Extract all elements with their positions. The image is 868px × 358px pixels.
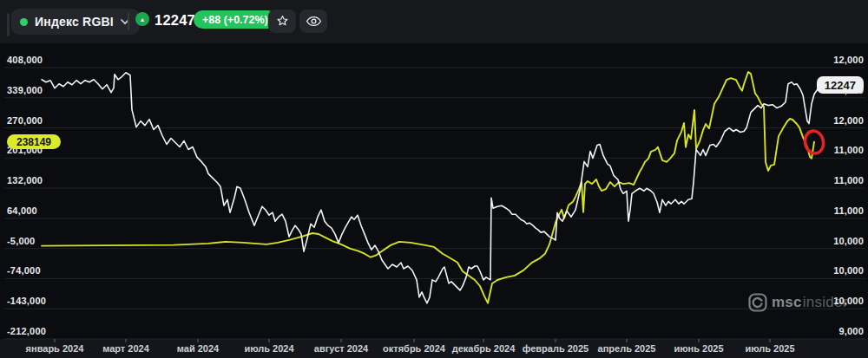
change-badge: +88 (+0.72%)	[194, 10, 277, 29]
left-axis-label: 64,000	[7, 205, 37, 216]
x-axis-label: апрель 2025	[588, 343, 666, 354]
white-series-value-pill: 12247	[817, 76, 864, 94]
toolbar: Индекс RGBI ▲ 12247 +88 (+0.72%)	[0, 0, 868, 43]
right-axis-label: 9,000	[838, 326, 864, 336]
x-axis-label: октябрь 2024	[375, 343, 453, 354]
left-axis-label: 132,000	[7, 175, 43, 186]
left-axis-label: -5,000	[7, 236, 35, 246]
right-axis-label: 10,000	[833, 236, 864, 246]
right-axis-label: 10,000	[833, 296, 864, 306]
left-axis-label: 408,000	[7, 55, 43, 65]
right-axis-label: 10,000	[833, 265, 864, 276]
x-axis-label: август 2024	[302, 343, 380, 354]
last-price: 12247	[155, 12, 195, 29]
yellow-series-value-pill: 238149	[7, 134, 61, 149]
watermark-logo-icon	[748, 293, 767, 312]
x-axis-label: май 2024	[159, 343, 237, 354]
x-axis-label: июнь 2025	[660, 343, 738, 354]
instrument-status-dot	[20, 18, 28, 26]
right-axis-label: 11,000	[834, 145, 864, 155]
favorite-button[interactable]	[268, 10, 296, 33]
right-axis-label: 12,000	[833, 115, 864, 126]
right-axis-label: 12,000	[833, 55, 864, 65]
watch-button[interactable]	[299, 10, 327, 33]
right-axis-label: 11,000	[834, 205, 864, 216]
left-axis-label: -74,000	[7, 265, 41, 276]
trading-chart-app: январь 2024март 2024май 2024июль 2024авг…	[0, 0, 868, 358]
yellow-line	[42, 72, 814, 303]
toolbar-divider	[128, 13, 129, 30]
instrument-name: Индекс RGBI	[35, 15, 114, 29]
x-axis-label: февраль 2025	[516, 343, 595, 354]
left-axis-label: 270,000	[7, 115, 43, 126]
eye-icon	[306, 15, 322, 28]
left-axis-label: 339,000	[7, 85, 43, 95]
star-icon	[275, 14, 290, 29]
x-axis-label: июль 2025	[731, 343, 809, 354]
left-axis-label: -212,000	[7, 326, 46, 336]
left-axis-label: -143,000	[7, 296, 46, 306]
x-axis-label: январь 2024	[16, 343, 94, 354]
price-chart[interactable]	[0, 0, 868, 358]
instrument-selector[interactable]: Индекс RGBI	[11, 9, 140, 35]
x-axis-label: декабрь 2024	[444, 343, 523, 354]
x-axis-label: июль 2024	[230, 343, 308, 354]
watermark-text-bold: msc	[772, 294, 802, 311]
trend-up-icon: ▲	[135, 12, 149, 26]
clipped-toolbar-item	[7, 13, 10, 36]
x-axis-label: март 2024	[87, 343, 165, 354]
right-axis-label: 11,000	[834, 175, 864, 186]
